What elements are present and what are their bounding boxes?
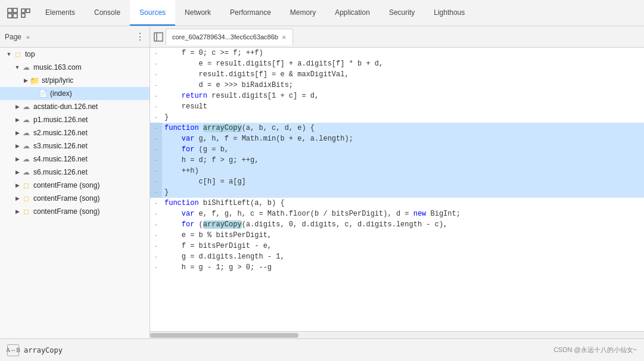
tree-item-top[interactable]: ▼ □ top bbox=[0, 48, 150, 61]
tree-item-p1music[interactable]: ▶ ☁ p1.music.126.net bbox=[0, 113, 150, 126]
line-content: result bbox=[162, 101, 644, 112]
cloud-icon: ☁ bbox=[21, 63, 31, 72]
tab-elements[interactable]: Elements bbox=[36, 0, 85, 26]
tab-close-button[interactable]: × bbox=[282, 33, 287, 42]
ab-icon-label: A↔B bbox=[6, 347, 20, 353]
sidebar-tree: ▼ □ top ▼ ☁ music.163.com ▶ 📁 st/pip/lyr… bbox=[0, 48, 150, 338]
line-content: g = d.digits.length - 1, bbox=[162, 251, 644, 262]
arrow-icon: ▶ bbox=[13, 208, 21, 214]
code-tabs: core_60a2789634...3fec6cc63ac86b × bbox=[150, 26, 644, 48]
arrow-icon: ▶ bbox=[13, 156, 21, 162]
more-button[interactable]: ⋮ bbox=[135, 31, 145, 42]
arrow-icon: ▶ bbox=[13, 130, 21, 136]
line-marker: - bbox=[150, 208, 162, 219]
page-expand-arrows[interactable]: » bbox=[26, 33, 30, 41]
line-content: function biShiftLeft(a, b) { bbox=[162, 198, 644, 208]
tab-memory[interactable]: Memory bbox=[281, 0, 325, 26]
sidebar-toggle[interactable] bbox=[153, 31, 164, 43]
folder-icon: □ bbox=[21, 207, 31, 216]
line-content: for (arrayCopy(a.digits, 0, d.digits, c,… bbox=[162, 219, 644, 230]
tree-item-contentFrame2[interactable]: ▶ □ contentFrame (song) bbox=[0, 192, 150, 205]
line-marker: - bbox=[150, 262, 162, 273]
line-content: h = g - 1; g > 0; --g bbox=[162, 262, 644, 273]
code-line: - result bbox=[150, 101, 644, 112]
toolbar-icons bbox=[2, 8, 36, 18]
tree-item-contentFrame3[interactable]: ▶ □ contentFrame (song) bbox=[0, 205, 150, 218]
code-line: - result.digits[f] = e & maxDigitVal, bbox=[150, 69, 644, 80]
file-icon: 📄 bbox=[38, 89, 48, 98]
line-content: function arrayCopy(a, b, c, d, e) { bbox=[162, 123, 644, 133]
devtools-icon[interactable] bbox=[7, 8, 18, 18]
arrow-icon: ▶ bbox=[13, 169, 21, 175]
tree-label: s2.music.126.net bbox=[33, 129, 88, 137]
line-marker: - bbox=[150, 58, 162, 69]
arrow-icon: ▶ bbox=[21, 77, 30, 83]
tab-lighthouse[interactable]: Lighthous bbox=[424, 0, 474, 26]
inspect-icon[interactable] bbox=[20, 8, 31, 18]
line-content: e = result.digits[f] + a.digits[f] * b +… bbox=[162, 58, 644, 69]
tree-item-acstatic[interactable]: ▶ ☁ acstatic-dun.126.net bbox=[0, 100, 150, 113]
line-marker: - bbox=[150, 176, 162, 187]
search-input[interactable] bbox=[24, 343, 549, 357]
tree-item-s2music[interactable]: ▶ ☁ s2.music.126.net bbox=[0, 126, 150, 139]
tab-application[interactable]: Application bbox=[325, 0, 379, 26]
tab-console[interactable]: Console bbox=[85, 0, 130, 26]
arrow-icon: ▶ bbox=[13, 104, 21, 110]
horizontal-scrollbar[interactable] bbox=[150, 331, 644, 338]
svg-rect-6 bbox=[21, 14, 25, 17]
tree-item-s6music[interactable]: ▶ ☁ s6.music.126.net bbox=[0, 166, 150, 179]
page-label: Page bbox=[5, 33, 21, 41]
credit-text: CSDN @永远十八的小仙女~ bbox=[553, 346, 637, 354]
main-area: Page » ⋮ ▼ □ top ▼ ☁ music.163.com bbox=[0, 26, 644, 338]
tree-label: s4.music.126.net bbox=[33, 155, 88, 163]
cloud-icon: ☁ bbox=[21, 167, 31, 177]
tree-item-contentFrame1[interactable]: ▶ □ contentFrame (song) bbox=[0, 179, 150, 192]
cloud-icon: ☁ bbox=[21, 154, 31, 164]
tree-label: acstatic-dun.126.net bbox=[33, 102, 98, 111]
line-marker: - bbox=[150, 101, 162, 112]
code-line: - f = bitsPerDigit - e, bbox=[150, 241, 644, 251]
code-line: - c[h] = a[g] bbox=[150, 176, 644, 187]
tab-network[interactable]: Network bbox=[175, 0, 220, 26]
tree-label: contentFrame (song) bbox=[33, 207, 99, 216]
cloud-icon: ☁ bbox=[21, 115, 31, 125]
code-line: - } bbox=[150, 112, 644, 123]
tab-performance[interactable]: Performance bbox=[220, 0, 281, 26]
code-editor[interactable]: - f = 0; c >= f; ++f) - e = result.digit… bbox=[150, 48, 644, 331]
line-content: } bbox=[162, 112, 644, 123]
line-content: var e, f, g, h, c = Math.floor(b / bitsP… bbox=[162, 208, 644, 219]
code-line: - function biShiftLeft(a, b) { bbox=[150, 198, 644, 208]
tree-item-music163[interactable]: ▼ ☁ music.163.com bbox=[0, 61, 150, 74]
tree-item-index[interactable]: ▶ 📄 (index) bbox=[0, 87, 150, 100]
line-marker: - bbox=[150, 230, 162, 241]
scroll-thumb[interactable] bbox=[150, 333, 298, 338]
tab-list: Elements Console Sources Network Perform… bbox=[36, 0, 642, 26]
tree-item-stpipLyric[interactable]: ▶ 📁 st/pip/lyric bbox=[0, 74, 150, 87]
code-lines: - f = 0; c >= f; ++f) - e = result.digit… bbox=[150, 48, 644, 273]
arrow-icon: ▶ bbox=[13, 117, 21, 123]
line-marker: - bbox=[150, 198, 162, 208]
tree-label: (index) bbox=[50, 89, 72, 98]
tree-item-s3music[interactable]: ▶ ☁ s3.music.126.net bbox=[0, 139, 150, 153]
arrow-icon: ▶ bbox=[13, 195, 21, 201]
code-area: core_60a2789634...3fec6cc63ac86b × - f =… bbox=[150, 26, 644, 338]
code-tab-file[interactable]: core_60a2789634...3fec6cc63ac86b × bbox=[166, 29, 293, 45]
svg-rect-2 bbox=[8, 14, 12, 18]
line-content: } bbox=[162, 187, 644, 198]
tab-sources[interactable]: Sources bbox=[130, 0, 175, 26]
cloud-icon: ☁ bbox=[21, 141, 31, 151]
code-line: - } bbox=[150, 187, 644, 198]
tab-security[interactable]: Security bbox=[379, 0, 424, 26]
line-marker: - bbox=[150, 241, 162, 251]
line-content: for (g = b, bbox=[162, 144, 644, 155]
code-line: - for (arrayCopy(a.digits, 0, d.digits, … bbox=[150, 219, 644, 230]
code-line: - h = d; f > g; ++g, bbox=[150, 155, 644, 166]
code-line: - h = g - 1; g > 0; --g bbox=[150, 262, 644, 273]
tree-item-s4music[interactable]: ▶ ☁ s4.music.126.net bbox=[0, 153, 150, 166]
svg-rect-0 bbox=[8, 8, 12, 13]
code-line: - e = b % bitsPerDigit, bbox=[150, 230, 644, 241]
line-marker: - bbox=[150, 69, 162, 80]
folder-icon: 📁 bbox=[30, 76, 39, 85]
regex-toggle[interactable]: A↔B bbox=[7, 344, 19, 356]
tree-label: s3.music.126.net bbox=[33, 142, 88, 150]
